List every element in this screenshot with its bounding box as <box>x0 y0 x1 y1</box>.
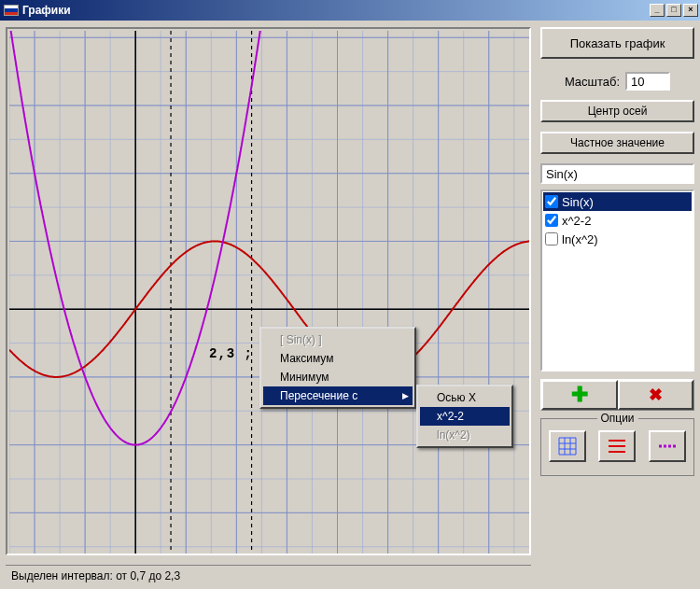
menu-item: ln(x^2) <box>420 426 510 444</box>
list-toolbar: ✚ ✖ <box>540 379 694 411</box>
window-buttons: _ □ × <box>650 4 698 17</box>
list-checkbox[interactable] <box>545 214 558 227</box>
list-item[interactable]: ln(x^2) <box>543 230 692 248</box>
flag-icon <box>4 5 19 16</box>
function-listbox[interactable]: Sin(x)x^2-2ln(x^2) <box>540 189 694 372</box>
status-text: Выделен интервал: от 0,7 до 2,3 <box>11 569 180 582</box>
formula-input[interactable]: Sin(x) <box>540 163 694 184</box>
lines-icon <box>607 436 627 456</box>
menu-item[interactable]: Осью X <box>420 388 510 407</box>
menu-item[interactable]: Минимум <box>263 368 413 386</box>
plot-frame: 2,3 ; <box>6 27 531 555</box>
grid-option-button[interactable] <box>549 430 586 462</box>
menu-item[interactable]: Максимум <box>263 349 413 368</box>
list-checkbox[interactable] <box>545 195 558 208</box>
scale-row: Масштаб: <box>540 72 694 91</box>
grid-icon <box>557 436 578 456</box>
window-title: Графики <box>22 4 650 17</box>
list-item[interactable]: Sin(x) <box>543 192 692 211</box>
dashed-option-button[interactable] <box>649 430 686 462</box>
list-item-label: ln(x^2) <box>562 232 598 246</box>
options-fieldset: Опции <box>540 418 694 476</box>
plus-icon: ✚ <box>571 383 588 407</box>
point-value-button[interactable]: Частное значение <box>540 132 694 154</box>
show-graph-button[interactable]: Показать график <box>540 27 694 59</box>
maximize-button[interactable]: □ <box>666 4 681 17</box>
list-item-label: x^2-2 <box>562 214 591 228</box>
close-button[interactable]: × <box>683 4 698 17</box>
coord-label: 2,3 ; <box>209 346 253 361</box>
scale-label: Масштаб: <box>565 75 620 89</box>
delete-button[interactable]: ✖ <box>618 380 694 410</box>
add-button[interactable]: ✚ <box>541 380 618 410</box>
list-item-label: Sin(x) <box>562 195 594 209</box>
statusbar: Выделен интервал: от 0,7 до 2,3 <box>6 565 531 585</box>
list-item[interactable]: x^2-2 <box>543 211 692 230</box>
submenu-arrow-icon: ▶ <box>402 391 409 400</box>
scale-input[interactable] <box>625 72 670 91</box>
context-menu[interactable]: [ Sin(x) ]МаксимумМинимумПересечение с▶ <box>259 327 416 409</box>
dashed-icon <box>657 436 678 456</box>
titlebar: Графики _ □ × <box>0 0 700 21</box>
menu-item: [ Sin(x) ] <box>263 330 413 349</box>
side-panel: Показать график Масштаб: Центр осей Част… <box>540 27 694 476</box>
lines-option-button[interactable] <box>598 430 636 462</box>
plot-canvas[interactable]: 2,3 ; <box>9 31 529 554</box>
minimize-button[interactable]: _ <box>650 4 665 17</box>
center-axes-button[interactable]: Центр осей <box>540 100 694 122</box>
cross-icon: ✖ <box>649 385 663 405</box>
menu-item[interactable]: Пересечение с▶ <box>263 386 413 405</box>
menu-item[interactable]: x^2-2 <box>420 407 510 426</box>
options-legend: Опции <box>596 412 637 425</box>
context-submenu[interactable]: Осью Xx^2-2ln(x^2) <box>416 385 513 448</box>
list-checkbox[interactable] <box>545 232 558 245</box>
